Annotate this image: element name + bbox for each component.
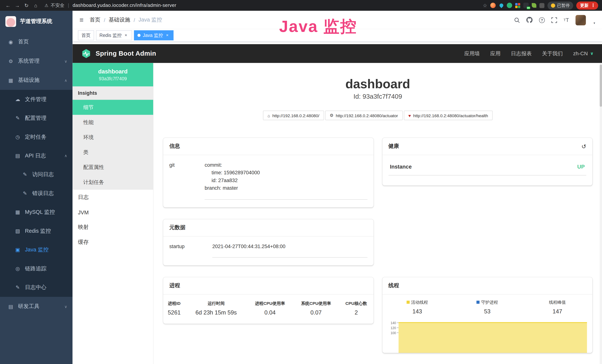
process-card-title: 进程 — [169, 282, 180, 289]
history-icon[interactable]: ↺ — [581, 143, 586, 149]
sba-item-caches[interactable]: 缓存 — [73, 235, 153, 250]
cards-grid: 信息 git commit: time: 1596289704000 id: 2… — [163, 138, 592, 353]
tab-java-monitor[interactable]: Java 监控 × — [134, 30, 173, 40]
reload-icon[interactable]: ↻ — [22, 2, 31, 8]
app-logo[interactable]: 芋道管理系统 — [0, 11, 73, 32]
sidebar-item-redis-monitor[interactable]: ▧ Redis 监控 — [0, 222, 73, 240]
sidebar-item-scheduled-jobs[interactable]: ◷ 定时任务 — [0, 128, 73, 146]
chevron-down-icon: ∨ — [64, 304, 67, 309]
breadcrumb-separator: / — [104, 17, 105, 23]
sba-item-scheduled-tasks[interactable]: 计划任务 — [73, 175, 153, 190]
instance-links: ⌂ http://192.168.0.2:48080/ ⚙ http://192… — [163, 110, 592, 120]
font-size-icon[interactable]: TT — [564, 17, 569, 23]
sidebar-item-api-logs[interactable]: ▤ API 日志 ∧ — [0, 146, 73, 165]
puzzle-extension-icon[interactable] — [539, 3, 544, 8]
help-icon[interactable]: ? — [539, 17, 545, 23]
caret-down-icon[interactable]: ▾ — [593, 21, 595, 25]
sba-item-jvm[interactable]: JVM — [73, 205, 153, 220]
scrollbar-thumb[interactable] — [600, 64, 602, 107]
toolbox-icon: ▤ — [8, 304, 14, 309]
home-icon[interactable]: ⌂ — [32, 2, 40, 8]
sidebar-item-java-monitor[interactable]: ▣ Java 监控 — [0, 240, 73, 259]
fox-extension-icon[interactable] — [490, 3, 495, 8]
drop-extension-icon[interactable] — [499, 3, 504, 8]
actuator-url-button[interactable]: ⚙ http://192.168.0.2:48080/actuator — [325, 110, 402, 120]
health-card-title: 健康 — [388, 143, 399, 150]
paused-badge[interactable]: 已暂停 — [548, 1, 573, 9]
dashboard-icon: ◉ — [8, 39, 14, 45]
metadata-value: 2021-04-27T00:44:31.254+08:00 — [212, 243, 367, 257]
service-url-button[interactable]: ⌂ http://192.168.0.2:48080/ — [263, 110, 324, 120]
sidebar-item-label: 首页 — [18, 38, 29, 45]
sba-item-environment[interactable]: 环境 — [73, 130, 153, 145]
sidebar-item-home[interactable]: ◉ 首页 — [0, 32, 73, 52]
system-cpu-value: 0.07 — [293, 307, 339, 321]
sidebar-item-infrastructure[interactable]: ▦ 基础设施 ∧ — [0, 71, 73, 90]
health-instance-row[interactable]: Instance UP — [388, 160, 586, 175]
sidebar-item-label: API 日志 — [25, 152, 46, 159]
sba-nav-journal[interactable]: 日志报表 — [511, 50, 532, 57]
wrench-icon: ⚙ — [330, 113, 333, 118]
col-cpu-cores: CPU核心数 — [339, 297, 373, 307]
github-icon[interactable] — [526, 17, 532, 23]
heart-icon: ♥ — [408, 113, 411, 118]
spring-boot-admin-logo — [81, 48, 91, 59]
sidebar-item-config-management[interactable]: ✎ 配置管理 — [0, 109, 73, 127]
sidebar-item-system-management[interactable]: ⚙ 系统管理 ∨ — [0, 51, 73, 71]
sba-item-details[interactable]: 细节 — [73, 100, 153, 115]
actuator-url-label: http://192.168.0.2:48080/actuator — [336, 113, 398, 118]
close-icon[interactable]: × — [123, 33, 129, 38]
sba-header: Spring Boot Admin 应用墙 应用 日志报表 关于我们 zh-CN… — [73, 44, 602, 63]
kebab-menu-icon[interactable]: ⋮ — [590, 3, 596, 8]
breadcrumb-infrastructure[interactable]: 基础设施 — [109, 17, 130, 23]
tab-home[interactable]: 首页 — [78, 30, 94, 40]
sidebar-item-file-management[interactable]: ☁ 文件管理 — [0, 90, 73, 109]
sba-item-classes[interactable]: 类 — [73, 145, 153, 160]
metadata-key: startup — [169, 243, 212, 257]
sba-instance-header[interactable]: dashboard 93a3fc7f7409 — [73, 63, 153, 86]
sidebar-item-label: Redis 监控 — [25, 227, 51, 234]
close-icon[interactable]: × — [165, 33, 170, 38]
hamburger-icon[interactable]: ≡ — [80, 16, 84, 24]
clock-icon: ◷ — [15, 134, 21, 140]
sba-item-metrics[interactable]: 性能 — [73, 115, 153, 130]
sba-item-mappings[interactable]: 映射 — [73, 220, 153, 235]
insights-section: Insights 细节 性能 环境 类 配置属性 计划任务 — [73, 86, 153, 190]
fullscreen-icon[interactable] — [551, 17, 557, 23]
sba-nav-wallboard[interactable]: 应用墙 — [464, 50, 480, 57]
url-text: dashboard.yudao.iocoder.cn/infra/admin-s… — [73, 3, 176, 8]
instance-label: Instance — [390, 163, 412, 170]
sidebar-item-dev-tools[interactable]: ▤ 研发工具 ∨ — [0, 297, 73, 316]
smiley-icon — [551, 3, 555, 8]
info-card: 信息 git commit: time: 1596289704000 id: 2… — [163, 138, 373, 207]
back-icon[interactable]: ← — [4, 2, 12, 8]
switch-extension-icon[interactable]: on — [523, 3, 528, 8]
forward-icon[interactable]: → — [13, 2, 22, 8]
sidebar-item-label: 访问日志 — [32, 171, 54, 178]
sidebar-item-log-center[interactable]: ✎ 日志中心 — [0, 278, 73, 297]
sba-item-config-props[interactable]: 配置属性 — [73, 160, 153, 175]
health-url-button[interactable]: ♥ http://192.168.0.2:48080/actuator/heal… — [404, 110, 493, 120]
peak-threads-value: 147 — [522, 308, 592, 314]
sidebar-item-mysql-monitor[interactable]: ▦ MySQL 监控 — [0, 203, 73, 221]
sba-item-logs[interactable]: 日志 — [73, 190, 153, 205]
sba-nav-applications[interactable]: 应用 — [490, 50, 501, 57]
process-card: 进程 进程ID 运行时间 进程CPU使用率 系统CPU使用率 — [163, 277, 373, 324]
bookmark-star-icon[interactable]: ☆ — [483, 2, 487, 8]
green-extension-icon[interactable] — [507, 3, 512, 8]
update-button[interactable]: 更新 ⋮ — [576, 1, 598, 9]
avatar[interactable] — [575, 15, 586, 25]
breadcrumb-home[interactable]: 首页 — [90, 17, 100, 23]
legend-peak-threads: 线程峰值 147 — [522, 300, 592, 314]
search-icon[interactable] — [514, 17, 520, 23]
locale-selector[interactable]: zh-CN ∨ — [573, 51, 593, 56]
address-bar[interactable]: ⚠ 不安全 | dashboard.yudao.iocoder.cn/infra… — [44, 2, 482, 9]
leaf-extension-icon[interactable] — [532, 3, 536, 8]
scrollbar-track[interactable] — [600, 63, 602, 364]
sba-nav-about[interactable]: 关于我们 — [542, 50, 563, 57]
tab-redis-monitor[interactable]: Redis 监控 × — [96, 30, 132, 40]
sidebar-item-access-logs[interactable]: ✎ 访问日志 — [0, 165, 73, 184]
sidebar-item-error-logs[interactable]: ✎ 错误日志 — [0, 184, 73, 203]
sidebar-item-trace[interactable]: ◎ 链路追踪 — [0, 259, 73, 278]
grid-extension-icon[interactable] — [515, 3, 520, 8]
